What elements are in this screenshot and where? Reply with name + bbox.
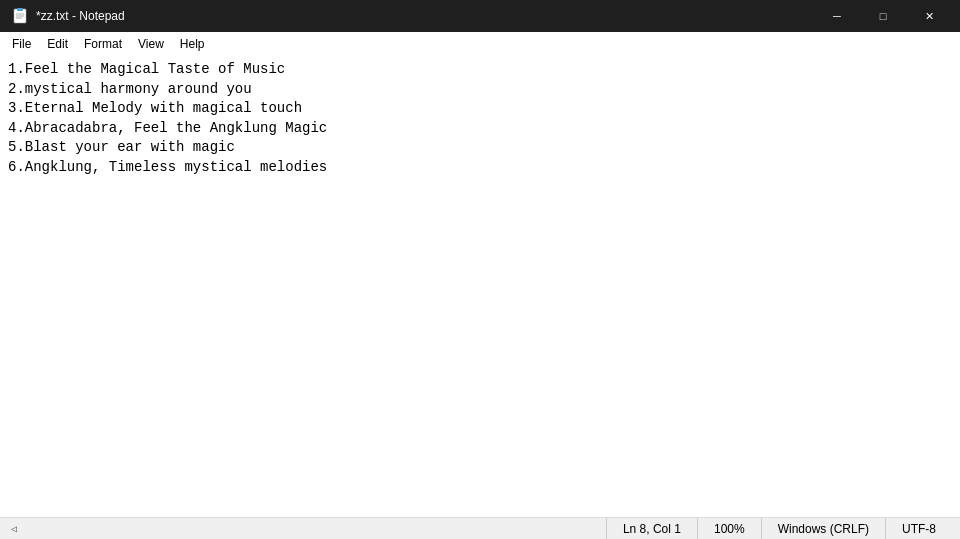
title-bar: *zz.txt - Notepad ─ □ ✕ bbox=[0, 0, 960, 32]
title-bar-left: *zz.txt - Notepad bbox=[12, 8, 125, 24]
status-bar: ◁ Ln 8, Col 1 100% Windows (CRLF) UTF-8 bbox=[0, 517, 960, 539]
menu-file[interactable]: File bbox=[4, 35, 39, 53]
notepad-icon bbox=[12, 8, 28, 24]
window-controls: ─ □ ✕ bbox=[814, 0, 952, 32]
minimize-button[interactable]: ─ bbox=[814, 0, 860, 32]
maximize-button[interactable]: □ bbox=[860, 0, 906, 32]
scroll-arrow-icon: ◁ bbox=[11, 523, 17, 535]
menu-bar: File Edit Format View Help bbox=[0, 32, 960, 56]
editor-textarea[interactable] bbox=[4, 58, 956, 515]
svg-rect-1 bbox=[17, 8, 23, 11]
menu-help[interactable]: Help bbox=[172, 35, 213, 53]
menu-edit[interactable]: Edit bbox=[39, 35, 76, 53]
cursor-position: Ln 8, Col 1 bbox=[606, 518, 697, 539]
encoding: UTF-8 bbox=[885, 518, 952, 539]
zoom-level: 100% bbox=[697, 518, 761, 539]
editor-wrapper bbox=[0, 56, 960, 517]
menu-format[interactable]: Format bbox=[76, 35, 130, 53]
close-button[interactable]: ✕ bbox=[906, 0, 952, 32]
menu-view[interactable]: View bbox=[130, 35, 172, 53]
line-ending: Windows (CRLF) bbox=[761, 518, 885, 539]
editor-content bbox=[0, 56, 960, 517]
window-title: *zz.txt - Notepad bbox=[36, 9, 125, 23]
scroll-indicator: ◁ bbox=[8, 518, 20, 540]
